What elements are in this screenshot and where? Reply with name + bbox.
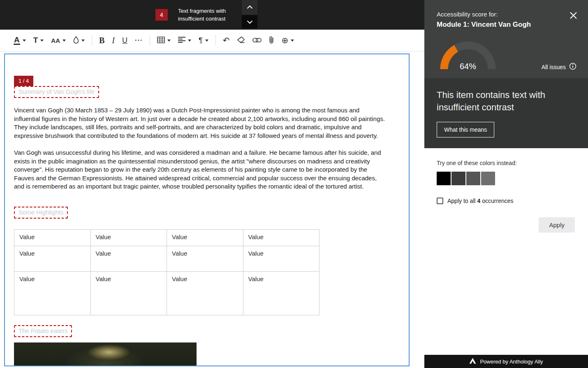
- paint-drop-icon: [73, 36, 79, 45]
- table-cell[interactable]: Value: [14, 271, 91, 315]
- anthology-logo-icon: [469, 358, 476, 365]
- text-style-icon: T: [33, 36, 38, 45]
- app-window: 4 Text fragments with insufficient contr…: [0, 0, 588, 368]
- table-button[interactable]: [153, 33, 174, 48]
- undo-button[interactable]: ↶: [219, 33, 234, 48]
- paragraph-van-gogh-legacy[interactable]: Van Gogh was unsuccessful during his lif…: [14, 149, 387, 191]
- apply-to-all-row: Apply to all 4 occurrences: [437, 198, 576, 204]
- potato-eaters-image[interactable]: [14, 342, 197, 367]
- bold-icon: B: [99, 36, 104, 45]
- table-cell[interactable]: Value: [167, 246, 243, 271]
- italic-icon: I: [112, 36, 115, 45]
- table-row: Value Value Value Value: [14, 271, 319, 315]
- font-size-button[interactable]: AA: [47, 33, 69, 48]
- all-issues-toggle[interactable]: All issues: [542, 63, 576, 71]
- color-swatches: [437, 172, 576, 185]
- ally-footer: Powered by Anthology Ally: [424, 355, 588, 368]
- issue-navigator-bar: 4 Text fragments with insufficient contr…: [0, 0, 424, 30]
- table-cell[interactable]: Value: [14, 246, 91, 271]
- undo-icon: ↶: [223, 36, 230, 44]
- issue-message: This item contains text with insufficien…: [437, 89, 562, 114]
- table-cell[interactable]: Value: [167, 271, 243, 315]
- flagged-heading-highlights[interactable]: Some Highlights: [14, 207, 68, 219]
- align-left-icon: [178, 37, 185, 44]
- chevron-down-icon: [291, 40, 294, 42]
- editor-content-area[interactable]: 1 / 4 Summary of Van Gogh's life Vincent…: [4, 54, 410, 366]
- table-cell[interactable]: Value: [167, 229, 243, 246]
- color-swatch-4[interactable]: [481, 172, 495, 185]
- table-cell[interactable]: Value: [90, 271, 167, 315]
- table-cell[interactable]: Value: [90, 229, 167, 246]
- plus-circle-icon: ⊕: [281, 36, 288, 44]
- close-button[interactable]: [569, 12, 577, 21]
- table-row: Value Value Value Value: [14, 246, 319, 271]
- text-style-button[interactable]: T: [30, 33, 48, 48]
- attachment-button[interactable]: [265, 33, 278, 48]
- all-issues-label: All issues: [542, 64, 566, 70]
- table-cell[interactable]: Value: [243, 271, 319, 315]
- font-size-icon: AA: [51, 37, 60, 44]
- remediation-section: Try one of these colors instead: Apply t…: [424, 148, 588, 355]
- bold-button[interactable]: B: [95, 33, 108, 48]
- chevron-down-icon: [40, 40, 44, 42]
- next-issue-button[interactable]: [242, 15, 257, 28]
- what-this-means-button[interactable]: What this means: [437, 122, 494, 137]
- text-color-icon: A: [14, 36, 20, 45]
- color-suggestion-prompt: Try one of these colors instead:: [437, 160, 576, 166]
- underline-button[interactable]: U: [118, 33, 131, 48]
- more-formatting-button[interactable]: ···: [131, 33, 146, 48]
- apply-to-all-suffix: occurrences: [482, 198, 513, 204]
- link-icon: [252, 37, 262, 44]
- flagged-heading-summary[interactable]: Summary of Van Gogh's life: [14, 86, 99, 98]
- underline-icon: U: [122, 36, 127, 45]
- table-row: Value Value Value Value: [14, 229, 319, 246]
- link-button[interactable]: [249, 33, 265, 48]
- insert-content-button[interactable]: ⊕: [278, 33, 298, 48]
- color-swatch-1[interactable]: [437, 172, 451, 185]
- italic-button[interactable]: I: [108, 33, 118, 48]
- alignment-button[interactable]: [174, 33, 195, 48]
- issue-count-badge: 4: [155, 9, 168, 21]
- paragraph-van-gogh-intro[interactable]: Vincent van Gogh (30 March 1853 – 29 Jul…: [14, 106, 387, 140]
- color-swatch-3[interactable]: [466, 172, 480, 185]
- chevron-down-icon: [23, 40, 26, 42]
- chevron-down-icon: [188, 40, 191, 42]
- content-table[interactable]: Value Value Value Value Value Value Valu…: [14, 229, 319, 315]
- table-cell[interactable]: Value: [90, 246, 167, 271]
- footer-label: Powered by Anthology Ally: [480, 359, 543, 365]
- previous-issue-button[interactable]: [242, 0, 257, 14]
- apply-to-all-label: Apply to all: [447, 198, 475, 204]
- pilcrow-icon: ¶: [199, 36, 203, 45]
- highlight-color-button[interactable]: [69, 33, 88, 48]
- toolbar-separator: [92, 35, 92, 46]
- paperclip-icon: [269, 36, 274, 45]
- chevron-up-icon: [247, 4, 253, 10]
- table-cell[interactable]: Value: [243, 246, 319, 271]
- text-color-button[interactable]: A: [10, 33, 30, 48]
- table-cell[interactable]: Value: [14, 229, 91, 246]
- chevron-down-icon: [247, 19, 253, 25]
- chevron-down-icon: [81, 40, 85, 42]
- ellipsis-icon: ···: [135, 37, 143, 44]
- table-icon: [157, 37, 165, 44]
- apply-button[interactable]: Apply: [539, 217, 575, 233]
- toolbar-separator: [215, 35, 216, 46]
- issue-position-badge: 1 / 4: [14, 76, 33, 86]
- chevron-down-icon: [63, 40, 66, 42]
- paragraph-style-button[interactable]: ¶: [195, 33, 212, 48]
- apply-to-all-checkbox[interactable]: [437, 198, 443, 204]
- flagged-heading-potato-eaters[interactable]: The Potato eaters: [14, 325, 72, 337]
- score-percent: 64%: [439, 62, 497, 71]
- score-gauge-row: 64% All issues: [424, 32, 588, 78]
- clear-formatting-button[interactable]: [233, 33, 249, 48]
- color-swatch-2[interactable]: [451, 172, 465, 185]
- chevron-down-icon: [167, 40, 171, 42]
- eraser-icon: [237, 36, 245, 44]
- module-title: Module 1: Vincent Van Gogh: [437, 21, 576, 29]
- issue-message-section: This item contains text with insufficien…: [424, 78, 588, 148]
- chevron-down-icon: [205, 40, 208, 42]
- info-icon[interactable]: [569, 63, 576, 71]
- table-cell[interactable]: Value: [243, 229, 319, 246]
- issue-type-label: Text fragments with insufficient contras…: [178, 7, 236, 23]
- toolbar-separator: [150, 35, 150, 46]
